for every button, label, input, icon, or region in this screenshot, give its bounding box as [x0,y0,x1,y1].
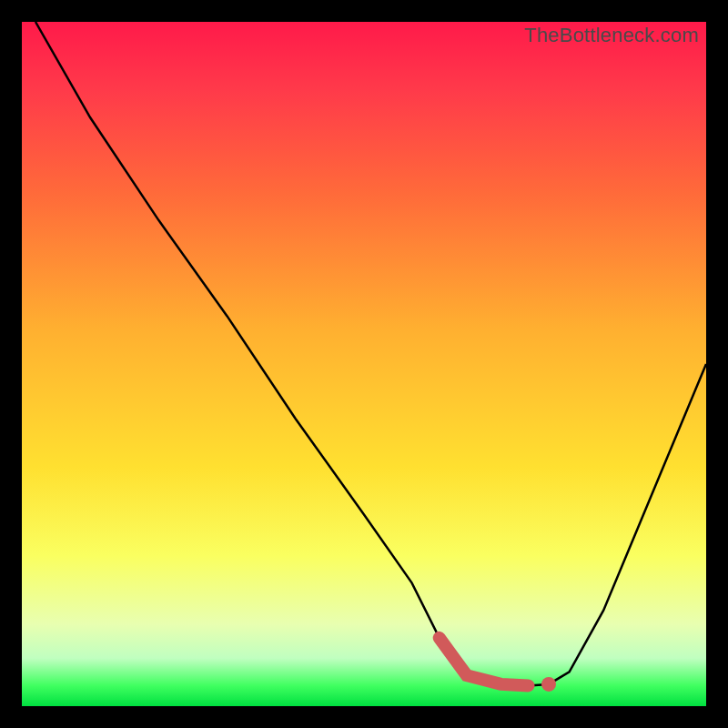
chart-svg [22,22,706,706]
chart-line [35,22,706,685]
highlight-segment [440,638,529,686]
highlight-dot [541,677,556,692]
watermark-text: TheBottleneck.com [524,24,699,47]
chart-area: TheBottleneck.com [22,22,706,706]
